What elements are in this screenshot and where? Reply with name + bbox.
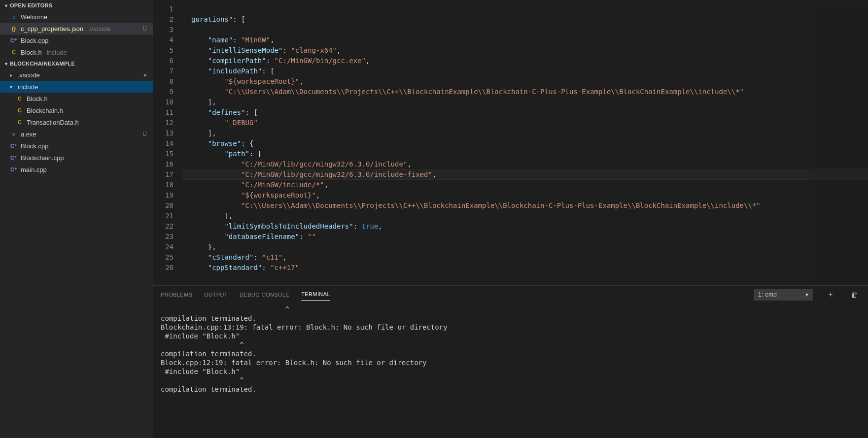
file-name: Block.cpp (21, 37, 48, 44)
code-editor[interactable]: 1234567891011121314151617181920212223242… (153, 4, 868, 285)
file-path: .vscode (88, 25, 110, 33)
open-editor-item[interactable]: CBlock.hinclude (0, 46, 153, 58)
code-line[interactable]: "cppStandard": "c++17" (182, 263, 868, 273)
open-editors-header[interactable]: ▾ OPEN EDITORS (0, 0, 153, 11)
h-icon: C (16, 106, 24, 114)
line-number: 23 (153, 232, 174, 242)
main-area: 1234567891011121314151617181920212223242… (153, 0, 868, 438)
item-name: include (18, 83, 38, 91)
line-number: 5 (153, 45, 174, 56)
line-number: 11 (153, 107, 174, 118)
line-number: 19 (153, 190, 174, 201)
code-line[interactable]: "limitSymbolsToIncludedHeaders": true, (182, 221, 868, 232)
h-icon: C (10, 48, 18, 56)
line-number: 13 (153, 128, 174, 138)
line-number: 12 (153, 118, 174, 128)
file-name: Block.h (21, 49, 42, 56)
code-line[interactable]: "C:\\Users\\Adam\\Documents\\Projects\\C… (182, 201, 868, 211)
new-terminal-button[interactable]: ＋ (825, 290, 836, 299)
line-number: 21 (153, 211, 174, 221)
code-content[interactable]: gurations": [ "name": "MinGW", "intelliS… (182, 4, 868, 285)
cpp-icon: C⁺ (10, 166, 18, 173)
tab-problems[interactable]: PROBLEMS (161, 289, 192, 301)
json-icon: {} (10, 25, 18, 33)
file-item[interactable]: CBlockchain.h (0, 104, 153, 116)
line-number: 9 (153, 87, 174, 97)
file-item[interactable]: C⁺Blockchain.cpp (0, 152, 153, 164)
open-editor-item[interactable]: ⌂Welcome (0, 11, 153, 23)
code-line[interactable]: "databaseFilename": "" (182, 232, 868, 242)
open-editor-item[interactable]: {}c_cpp_properties.json.vscodeU (0, 23, 153, 34)
code-line[interactable]: "path": [ (182, 149, 868, 159)
open-editors-list: ⌂Welcome{}c_cpp_properties.json.vscodeUC… (0, 11, 153, 58)
code-line[interactable]: "${workspaceRoot}", (182, 190, 868, 201)
panel-tabs: PROBLEMS OUTPUT DEBUG CONSOLE TERMINAL 1… (153, 286, 868, 303)
code-line[interactable]: ], (182, 211, 868, 221)
code-line[interactable]: ], (182, 128, 868, 138)
trash-icon: 🗑 (851, 291, 858, 299)
project-label: BLOCKCHAINEXAMPLE (10, 61, 75, 67)
file-item[interactable]: ≡a.exeU (0, 128, 153, 140)
line-number: 25 (153, 252, 174, 263)
file-item[interactable]: CTransactionData.h (0, 116, 153, 128)
code-line[interactable]: ], (182, 97, 868, 107)
cpp-icon: C⁺ (10, 36, 18, 44)
line-number: 22 (153, 221, 174, 232)
line-number: 17 (153, 169, 174, 180)
file-item[interactable]: C⁺main.cpp (0, 164, 153, 175)
line-number: 1 (153, 4, 174, 14)
minimap[interactable] (809, 4, 868, 285)
item-name: .vscode (18, 71, 40, 79)
file-item[interactable]: C⁺Block.cpp (0, 140, 153, 152)
open-editor-item[interactable]: C⁺Block.cpp (0, 34, 153, 46)
code-line[interactable]: "${workspaceRoot}", (182, 76, 868, 87)
line-number: 18 (153, 180, 174, 190)
terminal-selector[interactable]: 1: cmd ▾ (754, 289, 813, 301)
line-number: 3 (153, 25, 174, 35)
line-number-gutter: 1234567891011121314151617181920212223242… (153, 4, 182, 285)
code-line[interactable]: "C:/MinGW/lib/gcc/mingw32/6.3.0/include"… (182, 159, 868, 169)
plus-icon: ＋ (827, 290, 834, 298)
terminal-selector-value: 1: cmd (758, 291, 777, 298)
tab-debug-console[interactable]: DEBUG CONSOLE (240, 289, 289, 301)
terminal-output[interactable]: ^ compilation terminated. Blockchain.cpp… (153, 303, 868, 438)
cpp-icon: C⁺ (10, 142, 18, 150)
code-line[interactable] (182, 25, 868, 35)
code-line[interactable]: "browse": { (182, 138, 868, 149)
code-line[interactable]: "compilerPath": "C:/MinGW/bin/gcc.exe", (182, 56, 868, 66)
code-line[interactable]: "intelliSenseMode": "clang-x64", (182, 45, 868, 56)
tab-terminal[interactable]: TERMINAL (301, 288, 330, 301)
folder-item[interactable]: .vscode● (0, 69, 153, 81)
file-path: include (47, 49, 67, 56)
exe-icon: ≡ (10, 130, 18, 138)
chevron-down-icon: ▾ (3, 61, 10, 67)
project-header[interactable]: ▾ BLOCKCHAINEXAMPLE (0, 58, 153, 69)
item-name: a.exe (21, 131, 36, 138)
modified-icon: ● (143, 71, 147, 78)
vs-icon: ⌂ (10, 13, 18, 21)
code-line[interactable] (182, 4, 868, 14)
code-line[interactable]: "_DEBUG" (182, 118, 868, 128)
line-number: 6 (153, 56, 174, 66)
code-line[interactable]: gurations": [ (182, 14, 868, 25)
line-number: 15 (153, 149, 174, 159)
kill-terminal-button[interactable]: 🗑 (848, 291, 860, 299)
git-status: U (142, 131, 147, 137)
code-line[interactable]: "C:\\Users\\Adam\\Documents\\Projects\\C… (182, 87, 868, 97)
folder-item[interactable]: include (0, 81, 153, 93)
code-line[interactable]: "C:/MinGW/include/*", (182, 180, 868, 190)
code-line[interactable]: "cStandard": "c11", (182, 252, 868, 263)
code-line[interactable]: "includePath": [ (182, 66, 868, 76)
item-name: main.cpp (21, 166, 47, 173)
file-name: Welcome (21, 13, 47, 21)
line-number: 2 (153, 14, 174, 25)
code-line[interactable]: "C:/MinGW/lib/gcc/mingw32/6.3.0/include-… (182, 169, 868, 180)
file-item[interactable]: CBlock.h (0, 93, 153, 104)
sidebar: ▾ OPEN EDITORS ⌂Welcome{}c_cpp_propertie… (0, 0, 153, 438)
tab-output[interactable]: OUTPUT (204, 289, 228, 301)
code-line[interactable]: }, (182, 242, 868, 252)
cpp-icon: C⁺ (10, 154, 18, 162)
code-line[interactable]: "defines": [ (182, 107, 868, 118)
code-line[interactable]: "name": "MinGW", (182, 35, 868, 45)
line-number: 16 (153, 159, 174, 169)
